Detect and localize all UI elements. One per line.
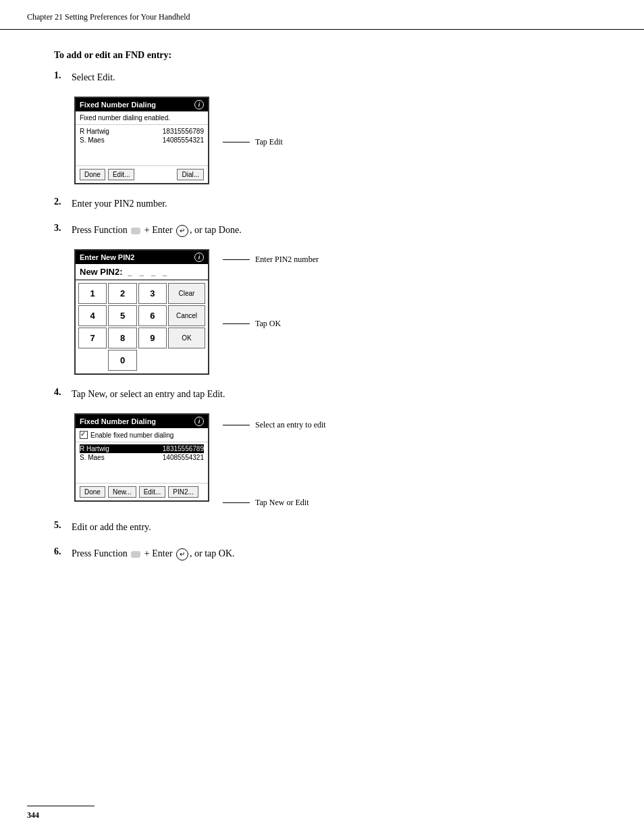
step-2: 2. Enter your PIN2 number.: [54, 197, 590, 211]
callout-text-4: Select an entry to edit: [255, 420, 326, 430]
key-6[interactable]: 6: [138, 305, 167, 326]
step-4: 4. Tap New, or select an entry and tap E…: [54, 387, 590, 401]
key-4[interactable]: 4: [78, 305, 107, 326]
callout-line-5: [223, 502, 250, 503]
step-6: 6. Press Function + Enter ↵, or tap OK.: [54, 546, 590, 561]
checkbox-row: Enable fixed number dialing: [76, 428, 208, 442]
key-8[interactable]: 8: [108, 328, 136, 348]
step-4-text: Tap New, or select an entry and tap Edit…: [72, 387, 225, 401]
key-9[interactable]: 9: [138, 328, 167, 348]
key-0[interactable]: 0: [108, 350, 136, 371]
chapter-title: Chapter 21 Setting Preferences for Your …: [27, 12, 190, 22]
entry1-number: 18315556789: [163, 128, 204, 135]
callout-line-4: [223, 425, 250, 425]
s3-entry1-number: 18315556789: [163, 445, 204, 452]
screen1-list: R Hartwig 18315556789 S. Maes 1408555432…: [76, 125, 208, 165]
callout-container-1: Tap Edit: [223, 97, 283, 147]
screen3-list: R Hartwig 18315556789 S. Maes 1408555432…: [76, 442, 208, 483]
step-6-text: Press Function + Enter ↵, or tap OK.: [72, 546, 235, 561]
screen2-titlebar: Enter New PIN2 i: [76, 251, 208, 264]
step-3: 3. Press Function + Enter ↵, or tap Done…: [54, 223, 590, 237]
pin-label: New PIN2:: [80, 267, 123, 277]
callout-container-2: Enter PIN2 number Tap OK: [223, 249, 319, 329]
ok-btn[interactable]: OK: [168, 328, 205, 348]
new-btn-3[interactable]: New...: [108, 486, 136, 498]
step-5-num: 5.: [54, 520, 66, 531]
enter-icon-2: ↵: [176, 548, 188, 561]
edit-btn-1[interactable]: Edit...: [108, 169, 135, 180]
key-1[interactable]: 1: [78, 283, 107, 304]
screen2-title: Enter New PIN2: [80, 253, 134, 261]
callout-tap-ok: Tap OK: [223, 319, 319, 329]
pin-dashes: _ _ _ _: [128, 268, 170, 276]
screen3-titlebar: Fixed Number Dialing i: [76, 415, 208, 428]
dial-btn-1[interactable]: Dial...: [177, 169, 204, 180]
callout-tap-edit: Tap Edit: [223, 137, 283, 147]
screen1-subtitle: Fixed number dialing enabled.: [76, 111, 208, 125]
screen3-row-2: S. Maes 14085554321: [80, 453, 204, 462]
step-4-num: 4.: [54, 387, 66, 398]
info-icon-3: i: [194, 417, 204, 426]
step-1-text: Select Edit.: [72, 70, 115, 84]
callout-line-2: [223, 259, 250, 260]
key-2[interactable]: 2: [108, 283, 136, 304]
screen1-btnbar: Done Edit... Dial...: [76, 165, 208, 183]
step-6-num: 6.: [54, 546, 66, 557]
screen3-row-1: R Hartwig 18315556789: [80, 444, 204, 453]
key-3[interactable]: 3: [138, 283, 167, 304]
screen3-title: Fixed Number Dialing: [80, 417, 156, 425]
step-2-text: Enter your PIN2 number.: [72, 197, 167, 211]
callout-container-3: Select an entry to edit Tap New or Edit: [223, 413, 326, 508]
step-1-num: 1.: [54, 70, 66, 81]
pin2-btn-3[interactable]: PIN2...: [168, 486, 198, 498]
enter-icon-1: ↵: [176, 225, 188, 237]
done-btn-1[interactable]: Done: [80, 169, 105, 180]
pin-keypad: 1 2 3 Clear 4 5 6 Cancel 7 8 9 OK 0: [76, 280, 208, 373]
figure-2: Enter New PIN2 i New PIN2: _ _ _ _ 1 2 3…: [74, 249, 590, 375]
edit-btn-3[interactable]: Edit...: [139, 486, 166, 498]
key-5[interactable]: 5: [108, 305, 136, 326]
info-icon-1: i: [194, 100, 204, 109]
s3-entry1-name: R Hartwig: [80, 445, 109, 452]
entry2-name: S. Maes: [80, 136, 105, 144]
step-3-text: Press Function + Enter ↵, or tap Done.: [72, 223, 242, 237]
screen-fnd-2: Fixed Number Dialing i Enable fixed numb…: [74, 413, 209, 502]
step-2-num: 2.: [54, 197, 66, 207]
callout-line-3: [223, 323, 250, 324]
key-7[interactable]: 7: [78, 328, 107, 348]
callout-pin2-enter: Enter PIN2 number: [223, 255, 319, 265]
page-number: 344: [27, 810, 39, 820]
callout-text-2: Enter PIN2 number: [255, 255, 319, 265]
step-3-num: 3.: [54, 223, 66, 234]
figure-1: Fixed Number Dialing i Fixed number dial…: [74, 97, 590, 184]
enable-checkbox[interactable]: [80, 431, 88, 439]
step-5-text: Edit or add the entry.: [72, 520, 151, 534]
checkbox-label: Enable fixed number dialing: [90, 432, 173, 439]
callout-tap-new-edit: Tap New or Edit: [223, 498, 326, 508]
info-icon-2: i: [194, 253, 204, 262]
entry2-number: 14085554321: [163, 136, 204, 144]
callout-select-entry: Select an entry to edit: [223, 420, 326, 430]
screen2-label-row: New PIN2: _ _ _ _: [76, 264, 208, 280]
page-header: Chapter 21 Setting Preferences for Your …: [0, 0, 644, 30]
entry1-name: R Hartwig: [80, 128, 109, 135]
page-content: To add or edit an FND entry: 1. Select E…: [0, 30, 644, 600]
screen3-btnbar: Done New... Edit... PIN2...: [76, 483, 208, 500]
page-footer: 344: [27, 806, 95, 820]
figure-3: Fixed Number Dialing i Enable fixed numb…: [74, 413, 590, 508]
done-btn-3[interactable]: Done: [80, 486, 105, 498]
screen-pin2: Enter New PIN2 i New PIN2: _ _ _ _ 1 2 3…: [74, 249, 209, 375]
function-icon-2: [131, 551, 140, 558]
cancel-btn[interactable]: Cancel: [168, 305, 205, 326]
callout-text-5: Tap New or Edit: [255, 498, 308, 508]
list-row-1: R Hartwig 18315556789: [80, 127, 204, 136]
s3-entry2-name: S. Maes: [80, 454, 105, 461]
s3-entry2-number: 14085554321: [163, 454, 204, 461]
section-title: To add or edit an FND entry:: [54, 50, 590, 61]
clear-btn[interactable]: Clear: [168, 283, 205, 304]
step-5: 5. Edit or add the entry.: [54, 520, 590, 534]
callout-text-3: Tap OK: [255, 319, 281, 329]
callout-text-1: Tap Edit: [255, 137, 283, 147]
screen-fnd-1: Fixed Number Dialing i Fixed number dial…: [74, 97, 209, 184]
function-icon-1: [131, 228, 140, 234]
